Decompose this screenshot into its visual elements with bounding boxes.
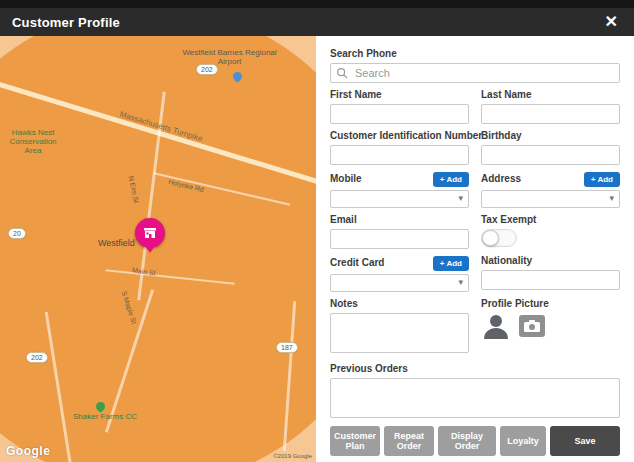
birthday-input[interactable] [481,145,620,165]
add-credit-card-button[interactable]: +Add [433,256,469,271]
chevron-down-icon: ▾ [458,193,463,203]
mobile-label: Mobile [330,173,362,185]
address-select[interactable]: ▾ [481,190,620,208]
nationality-label: Nationality [481,255,620,267]
loyalty-button[interactable]: Loyalty [500,426,546,456]
person-icon [482,313,510,339]
map-label-airport: Westfield Barnes Regional Airport [182,48,277,66]
previous-orders-label: Previous Orders [330,363,620,375]
add-address-button[interactable]: +Add [584,172,620,187]
store-icon [143,226,157,240]
previous-orders-box[interactable] [330,378,620,418]
customer-location-map[interactable]: Westfield Barnes Regional Airport Hawks … [0,36,316,462]
camera-button[interactable] [519,315,545,337]
email-input[interactable] [330,229,469,249]
route-shield-202-bottom: 202 [26,352,48,363]
profile-avatar-button[interactable] [481,313,511,339]
search-phone-input[interactable] [330,63,620,83]
address-label: Address [481,173,521,185]
map-label-city: Westfield [98,238,135,248]
tax-exempt-label: Tax Exempt [481,214,620,226]
action-buttons: Customer Plan Repeat Order Display Order… [330,426,620,456]
first-name-input[interactable] [330,104,469,124]
last-name-input[interactable] [481,104,620,124]
tax-exempt-toggle[interactable] [481,229,517,247]
last-name-label: Last Name [481,89,620,101]
add-mobile-label: Add [446,175,462,184]
customer-location-marker[interactable] [135,218,165,248]
dialog-body: Westfield Barnes Regional Airport Hawks … [0,36,634,462]
add-mobile-button[interactable]: +Add [433,172,469,187]
chevron-down-icon: ▾ [458,277,463,287]
plus-icon: + [591,175,596,184]
birthday-label: Birthday [481,130,620,142]
notes-label: Notes [330,298,469,310]
email-label: Email [330,214,469,226]
add-credit-card-label: Add [446,259,462,268]
map-attribution: ©2019 Google [273,453,312,459]
map-label-conservation: Hawks Nest Conservation Area [4,128,62,155]
google-logo: Google [6,444,50,458]
map-label-golf: Shaker Farms CC [70,412,140,421]
credit-card-select[interactable]: ▾ [330,274,469,292]
credit-card-label: Credit Card [330,257,384,269]
search-icon [336,67,348,79]
add-address-label: Add [597,175,613,184]
notes-textarea[interactable] [330,313,469,353]
cin-input[interactable] [330,145,469,165]
save-button[interactable]: Save [550,426,620,456]
nationality-input[interactable] [481,270,620,290]
plus-icon: + [440,175,445,184]
first-name-label: First Name [330,89,469,101]
camera-icon [524,320,540,332]
cin-label: Customer Identification Number [330,130,469,142]
profile-picture-label: Profile Picture [481,298,620,310]
plus-icon: + [440,259,445,268]
route-shield-202-top: 202 [196,64,218,75]
customer-profile-dialog: Customer Profile ✕ Westfield Barnes Regi… [0,0,634,462]
search-phone-label: Search Phone [330,48,620,60]
dialog-title: Customer Profile [12,15,120,30]
customer-plan-button[interactable]: Customer Plan [330,426,380,456]
chevron-down-icon: ▾ [609,193,614,203]
route-shield-20: 20 [8,228,26,239]
mobile-select[interactable]: ▾ [330,190,469,208]
toggle-knob [482,230,499,246]
app-titlebar [0,0,634,8]
route-shield-187: 187 [276,342,298,353]
display-order-button[interactable]: Display Order [438,426,496,456]
repeat-order-button[interactable]: Repeat Order [384,426,434,456]
close-icon[interactable]: ✕ [601,12,622,32]
customer-form: Search Phone First Name Last Name [316,36,634,462]
dialog-header: Customer Profile ✕ [0,8,634,36]
